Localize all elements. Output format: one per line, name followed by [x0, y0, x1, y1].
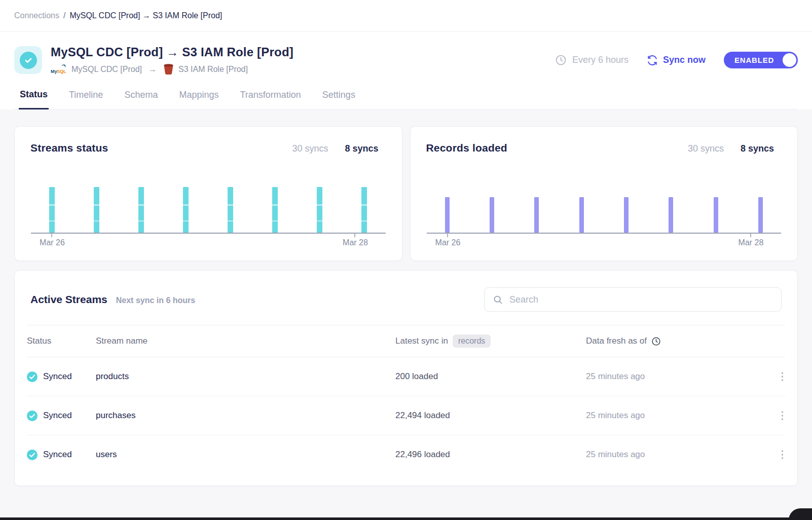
stream-name: users: [96, 450, 395, 460]
row-status: Synced: [43, 372, 72, 382]
page-title: MySQL CDC [Prod] → S3 IAM Role [Prod]: [51, 45, 293, 59]
streams-status-card: Streams status 30 syncs 8 syncs Mar 26 M…: [14, 126, 402, 261]
streams-shown-syncs[interactable]: 8 syncs: [345, 143, 378, 154]
axis-tick: [447, 234, 448, 237]
col-stream-name: Stream name: [96, 336, 395, 346]
records-loaded-chart: Mar 26 Mar 28: [427, 154, 782, 234]
row-status: Synced: [43, 411, 72, 421]
table-row[interactable]: Synced users 22,496 loaded 25 minutes ag…: [27, 435, 785, 474]
chart-bar: [183, 187, 189, 233]
svg-text:SQL: SQL: [57, 69, 66, 74]
breadcrumb: Connections / MySQL CDC [Prod] → S3 IAM …: [0, 0, 812, 32]
chart-bar: [490, 197, 494, 233]
chart-bar: [445, 197, 450, 233]
stream-name: purchases: [96, 411, 395, 421]
col-data-fresh: Data fresh as of: [586, 336, 647, 346]
breadcrumb-current: MySQL CDC [Prod] → S3 IAM Role [Prod]: [69, 11, 222, 20]
streams-total-syncs[interactable]: 30 syncs: [292, 143, 328, 154]
chart-bar: [272, 187, 278, 233]
data-fresh: 25 minutes ago: [586, 450, 767, 460]
sync-now-label: Sync now: [663, 55, 706, 65]
source-name: MySQL CDC [Prod]: [71, 65, 142, 74]
chart-bar: [138, 187, 144, 233]
search-input[interactable]: [509, 294, 773, 305]
row-status: Synced: [43, 450, 72, 460]
check-circle-icon: [20, 52, 37, 69]
tab-settings[interactable]: Settings: [321, 89, 356, 109]
sync-schedule: Every 6 hours: [555, 54, 629, 66]
active-streams-card: Active Streams Next sync in 6 hours Stat…: [14, 270, 798, 486]
streams-table: Status Stream name Latest sync in record…: [15, 325, 797, 474]
enabled-toggle-label: ENABLED: [724, 56, 774, 64]
breadcrumb-connections-link[interactable]: Connections: [14, 11, 59, 20]
records-loaded-card: Records loaded 30 syncs 8 syncs Mar 26 M…: [410, 126, 798, 261]
clock-icon-small: [651, 337, 661, 346]
streams-status-chart: Mar 26 Mar 28: [31, 154, 386, 234]
row-menu-button[interactable]: [780, 409, 786, 422]
synced-check-icon: [27, 372, 38, 382]
chart-bar: [228, 187, 233, 233]
clock-icon: [555, 54, 567, 66]
row-menu-button[interactable]: [780, 448, 786, 461]
toggle-knob: [783, 53, 796, 67]
bottom-dark-corner: [789, 508, 812, 520]
active-streams-title: Active Streams: [30, 293, 107, 306]
breadcrumb-separator: /: [63, 11, 65, 20]
mysql-logo-icon: My SQL: [51, 64, 67, 75]
chart-bar: [361, 187, 367, 233]
next-sync-label: Next sync in 6 hours: [116, 296, 196, 305]
search-icon: [493, 294, 503, 305]
tab-timeline[interactable]: Timeline: [68, 89, 104, 109]
flow-arrow: →: [146, 65, 159, 74]
chart-bar: [758, 197, 763, 233]
bottom-dark-edge: [0, 517, 812, 520]
tab-schema[interactable]: Schema: [123, 89, 159, 109]
chart-bar: [534, 197, 539, 233]
records-unit-badge[interactable]: records: [453, 335, 491, 348]
table-row[interactable]: Synced products 200 loaded 25 minutes ag…: [27, 357, 785, 396]
records-loaded: 22,496 loaded: [395, 450, 586, 460]
tab-mappings[interactable]: Mappings: [178, 89, 219, 109]
col-status: Status: [27, 336, 96, 346]
data-fresh: 25 minutes ago: [586, 372, 767, 382]
row-menu-button[interactable]: [780, 370, 786, 383]
tab-status[interactable]: Status: [19, 89, 49, 109]
axis-label-end: Mar 28: [343, 238, 368, 247]
records-loaded: 22,494 loaded: [395, 411, 586, 421]
synced-check-icon: [27, 450, 38, 460]
synced-check-icon: [27, 411, 38, 421]
records-loaded: 200 loaded: [395, 372, 586, 382]
streams-status-bars: [31, 187, 386, 234]
s3-bucket-icon: [163, 63, 174, 75]
connection-status-badge: [14, 46, 42, 74]
data-fresh: 25 minutes ago: [586, 411, 767, 421]
axis-tick: [51, 234, 52, 237]
chart-bar: [579, 197, 584, 233]
axis-label-end: Mar 28: [739, 238, 764, 247]
table-row[interactable]: Synced purchases 22,494 loaded 25 minute…: [27, 396, 785, 435]
schedule-label: Every 6 hours: [572, 55, 629, 65]
table-header-row: Status Stream name Latest sync in record…: [27, 325, 785, 357]
axis-label-start: Mar 26: [435, 238, 461, 247]
records-loaded-bars: [427, 197, 782, 234]
tab-transformation[interactable]: Transformation: [239, 89, 302, 109]
stream-name: products: [96, 372, 395, 382]
axis-tick: [354, 234, 355, 237]
records-shown-syncs[interactable]: 8 syncs: [741, 143, 774, 154]
sync-now-button[interactable]: Sync now: [647, 55, 706, 66]
streams-status-title: Streams status: [30, 142, 108, 154]
destination-name: S3 IAM Role [Prod]: [178, 65, 248, 74]
records-total-syncs[interactable]: 30 syncs: [688, 143, 724, 154]
chart-bar: [49, 187, 55, 233]
connection-header: MySQL CDC [Prod] → S3 IAM Role [Prod] My…: [0, 32, 812, 109]
records-loaded-title: Records loaded: [426, 142, 507, 154]
chart-bar: [317, 187, 322, 233]
enabled-toggle[interactable]: ENABLED: [724, 52, 798, 68]
refresh-icon: [647, 55, 658, 66]
svg-text:My: My: [51, 69, 57, 74]
connection-tabs: Status Timeline Schema Mappings Transfor…: [14, 89, 798, 109]
axis-label-start: Mar 26: [40, 238, 65, 247]
chart-bar: [94, 187, 99, 233]
stream-search[interactable]: [484, 287, 782, 312]
chart-bar: [669, 197, 673, 233]
